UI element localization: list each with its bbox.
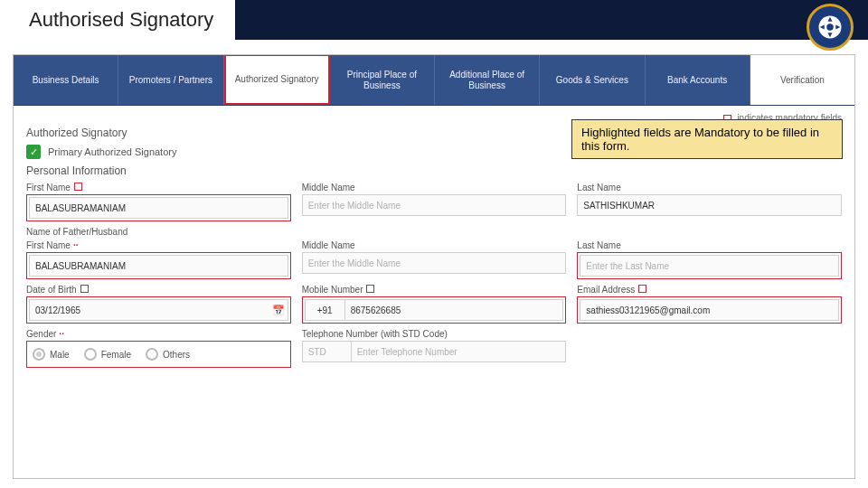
tab-additional-place[interactable]: Additional Place of Business <box>435 55 540 105</box>
mobile-highlight <box>302 296 567 324</box>
last-name-col: Last Name <box>577 183 842 221</box>
mobile-number-input[interactable] <box>344 299 564 321</box>
father-last-input[interactable] <box>580 255 839 277</box>
dob-col: Date of Birth 📅 <box>26 285 291 324</box>
tab-bank-accounts[interactable]: Bank Accounts <box>646 55 750 105</box>
father-middle-col: Middle Name <box>302 240 567 279</box>
gender-male[interactable]: Male <box>33 348 70 361</box>
mobile-label: Mobile Number <box>302 285 567 295</box>
middle-name-col: Middle Name <box>302 183 567 221</box>
tab-strip: Business Details Promoters / Partners Au… <box>14 55 854 106</box>
gender-others[interactable]: Others <box>146 348 190 361</box>
tel-std-input[interactable] <box>302 341 351 362</box>
form-sheet: Business Details Promoters / Partners Au… <box>13 54 855 479</box>
father-first-col: First Name <box>26 240 291 279</box>
radio-icon <box>146 348 158 361</box>
father-last-highlight <box>577 252 842 279</box>
tel-col: Telephone Number (with STD Code) <box>302 329 567 368</box>
gender-others-label: Others <box>163 350 190 360</box>
empty-col <box>577 329 842 368</box>
father-heading: Name of Father/Husband <box>26 227 842 237</box>
middle-name-input[interactable] <box>302 194 567 216</box>
tab-verification[interactable]: Verification <box>750 55 854 105</box>
svg-point-1 <box>826 23 834 31</box>
gender-col: Gender Male Female Others <box>26 329 291 368</box>
gender-options: Male Female Others <box>29 343 288 365</box>
father-first-input[interactable] <box>29 255 288 277</box>
emblem-logo <box>807 4 854 51</box>
gender-male-label: Male <box>50 350 70 360</box>
father-first-label: First Name <box>26 240 291 250</box>
radio-icon <box>33 348 45 361</box>
page-title: Authorised Signatory <box>16 3 226 37</box>
title-bar: Authorised Signatory <box>0 0 868 40</box>
mobile-wrap <box>305 299 564 321</box>
gender-label: Gender <box>26 329 291 339</box>
father-middle-label: Middle Name <box>302 240 567 250</box>
tab-promoters[interactable]: Promoters / Partners <box>118 55 223 105</box>
tab-goods-services[interactable]: Goods & Services <box>540 55 645 105</box>
email-highlight <box>577 296 842 324</box>
mobile-col: Mobile Number <box>302 285 567 324</box>
tab-principal-place[interactable]: Principal Place of Business <box>330 55 435 105</box>
emblem-icon <box>816 14 844 41</box>
email-input[interactable] <box>580 299 839 321</box>
middle-name-label: Middle Name <box>302 183 567 192</box>
email-col: Email Address <box>577 285 842 324</box>
father-last-label: Last Name <box>577 240 842 250</box>
personal-info-heading: Personal Information <box>26 164 842 177</box>
father-last-col: Last Name <box>577 240 842 279</box>
gender-tel-row: Gender Male Female Others Telephone Numb… <box>26 329 842 368</box>
dob-highlight: 📅 <box>26 296 291 324</box>
dob-mobile-email-row: Date of Birth 📅 Mobile Number Email Addr… <box>26 285 842 324</box>
title-wrap: Authorised Signatory <box>0 0 235 40</box>
first-name-label: First Name <box>26 183 291 192</box>
name-row: First Name Middle Name Last Name <box>26 183 842 221</box>
email-label: Email Address <box>577 285 842 295</box>
tab-business-details[interactable]: Business Details <box>14 55 118 105</box>
dob-label: Date of Birth <box>26 285 291 295</box>
last-name-label: Last Name <box>577 183 842 192</box>
primary-signatory-label: Primary Authorized Signatory <box>48 146 176 157</box>
callout-text: Highlighted fields are Mandatory to be f… <box>581 126 819 153</box>
gender-female[interactable]: Female <box>84 348 131 361</box>
first-name-input[interactable] <box>29 197 288 219</box>
dob-input[interactable] <box>29 299 288 321</box>
gender-highlight: Male Female Others <box>26 341 291 368</box>
gender-female-label: Female <box>101 350 131 360</box>
first-name-highlight <box>26 194 291 221</box>
checkbox-checked-icon[interactable]: ✓ <box>26 145 41 159</box>
father-row: First Name Middle Name Last Name <box>26 240 842 279</box>
mobile-cc-input[interactable] <box>305 299 344 321</box>
father-middle-input[interactable] <box>302 252 567 274</box>
last-name-input[interactable] <box>577 194 842 216</box>
father-first-highlight <box>26 252 291 279</box>
first-name-col: First Name <box>26 183 291 221</box>
radio-icon <box>84 348 97 361</box>
tel-wrap <box>302 341 567 362</box>
tel-label: Telephone Number (with STD Code) <box>302 329 567 339</box>
tel-number-input[interactable] <box>351 341 567 362</box>
mandatory-callout: Highlighted fields are Mandatory to be f… <box>571 119 843 159</box>
tab-authorized-signatory[interactable]: Authorized Signatory <box>224 55 330 105</box>
